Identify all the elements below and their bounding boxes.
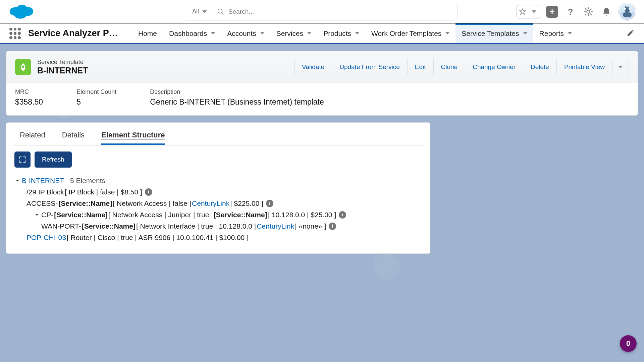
- action-update-from-service[interactable]: Update From Service: [332, 59, 408, 75]
- tab-element-structure[interactable]: Element Structure: [101, 131, 165, 145]
- global-search: All: [186, 3, 458, 20]
- nav-accounts[interactable]: Accounts: [221, 23, 270, 43]
- chevron-down-icon: [355, 32, 359, 35]
- record-object-label: Service Template: [37, 59, 88, 66]
- star-icon: [519, 8, 526, 15]
- nav-service-templates[interactable]: Service Templates: [455, 23, 533, 43]
- tree-item-prefix: WAN-PORT-: [41, 221, 81, 232]
- tree-root-name[interactable]: B-INTERNET: [22, 175, 64, 186]
- chevron-down-icon: [532, 10, 536, 13]
- tree-vendor-link[interactable]: CenturyLink: [192, 198, 229, 209]
- app-nav-bar: Service Analyzer Pr... Home Dashboards A…: [0, 23, 644, 44]
- field-mrc: MRC $358.50: [15, 88, 43, 107]
- salesforce-logo[interactable]: [8, 2, 35, 21]
- search-icon: [217, 8, 224, 15]
- info-icon[interactable]: i: [145, 188, 152, 196]
- chevron-down-icon: [211, 32, 215, 35]
- tree-item-access: ACCESS- [Service::Name] [ Network Access…: [14, 198, 422, 209]
- page-body: Service Template B-INTERNET Validate Upd…: [0, 44, 644, 362]
- search-input[interactable]: [213, 3, 457, 20]
- refresh-button[interactable]: Refresh: [35, 152, 72, 168]
- global-add-button[interactable]: +: [546, 6, 558, 18]
- tree-item-name: /29 IP Block: [26, 186, 64, 198]
- tree-root-count: 5 Elements: [70, 175, 105, 186]
- tree-item-mid: [ Network Access | false |: [113, 198, 191, 209]
- chevron-down-icon: [618, 66, 623, 68]
- tree-item-prefix: CP-: [41, 209, 53, 221]
- action-change-owner[interactable]: Change Owner: [465, 59, 523, 75]
- record-header-card: Service Template B-INTERNET Validate Upd…: [6, 51, 638, 116]
- element-tree: B-INTERNET 5 Elements /29 IP Block [ IP …: [13, 174, 423, 245]
- app-title: Service Analyzer Pr...: [28, 28, 119, 39]
- favorites-dropdown[interactable]: [517, 5, 540, 18]
- tree-token: [Service::Name]: [58, 198, 112, 209]
- info-icon[interactable]: i: [266, 200, 273, 207]
- nav-services[interactable]: Services: [270, 23, 318, 43]
- tree-item-tail: [ Router | Cisco | true | ASR 9906 | 10.…: [67, 232, 249, 243]
- tree-item-tail: | «none» ]: [295, 221, 326, 232]
- svg-line-14: [585, 13, 587, 15]
- nav-dashboards[interactable]: Dashboards: [163, 23, 221, 43]
- svg-line-13: [590, 13, 592, 15]
- action-delete[interactable]: Delete: [523, 59, 557, 75]
- svg-point-4: [218, 9, 222, 13]
- utility-fab[interactable]: 0: [620, 335, 637, 352]
- edit-nav-pencil-icon[interactable]: [627, 29, 635, 38]
- svg-rect-20: [625, 6, 626, 8]
- action-more-dropdown[interactable]: [612, 59, 629, 75]
- chevron-down-icon: [568, 32, 572, 35]
- tree-item-ip-block: /29 IP Block [ IP Block | false | $8.50 …: [14, 186, 422, 198]
- tree-vendor-link[interactable]: CenturyLink: [257, 221, 294, 232]
- nav-products[interactable]: Products: [317, 23, 365, 43]
- tab-related[interactable]: Related: [20, 131, 45, 145]
- svg-rect-17: [623, 12, 632, 17]
- record-name: B-INTERNET: [37, 66, 88, 75]
- tree-item-tail: | $225.00 ]: [230, 198, 263, 209]
- tree-token: [Service::Name]: [214, 209, 267, 221]
- nav-work-order-templates[interactable]: Work Order Templates: [365, 23, 455, 43]
- svg-point-7: [587, 10, 590, 13]
- svg-point-3: [14, 9, 27, 18]
- action-printable-view[interactable]: Printable View: [557, 59, 612, 75]
- record-actions: Validate Update From Service Edit Clone …: [294, 59, 629, 75]
- tree-token: [Service::Name]: [82, 221, 136, 232]
- search-scope-label: All: [192, 8, 199, 15]
- tree-token: [Service::Name]: [54, 209, 108, 221]
- tree-item-link[interactable]: POP-CHI-03: [26, 232, 66, 243]
- tree-item-info: [ IP Block | false | $8.50 ]: [65, 186, 142, 198]
- field-element-count: Element Count 5: [76, 88, 116, 107]
- tree-toggle[interactable]: [14, 178, 20, 184]
- expand-icon: [19, 156, 26, 163]
- tree-toggle[interactable]: [34, 212, 40, 218]
- chevron-down-icon: [260, 32, 264, 35]
- nav-home[interactable]: Home: [132, 23, 163, 43]
- tree-item-tail: | 10.128.0.0 | $25.00 ]: [268, 209, 336, 221]
- svg-text:?: ?: [568, 7, 573, 16]
- detail-card: Related Details Element Structure Refres…: [6, 122, 430, 254]
- info-icon[interactable]: i: [329, 223, 336, 230]
- chevron-down-icon: [202, 10, 207, 13]
- tabset: Related Details Element Structure: [13, 123, 423, 145]
- tree-item-mid: [ Network Access | Juniper | true |: [108, 209, 213, 221]
- app-launcher-icon[interactable]: [9, 28, 21, 39]
- svg-line-12: [585, 8, 587, 10]
- tab-details[interactable]: Details: [62, 131, 85, 145]
- search-scope-dropdown[interactable]: All: [186, 3, 213, 20]
- nav-reports[interactable]: Reports: [533, 23, 578, 43]
- chevron-down-icon: [307, 32, 311, 35]
- help-icon[interactable]: ?: [564, 6, 576, 18]
- svg-point-18: [624, 8, 626, 10]
- expand-all-button[interactable]: [14, 152, 31, 168]
- tree-item-pop: POP-CHI-03 [ Router | Cisco | true | ASR…: [14, 232, 422, 243]
- action-validate[interactable]: Validate: [294, 59, 332, 75]
- chevron-down-icon: [445, 32, 449, 35]
- setup-gear-icon[interactable]: [582, 6, 594, 18]
- tree-item-mid: [ Network Interface | true | 10.128.0.0 …: [136, 221, 256, 232]
- info-icon[interactable]: i: [339, 211, 346, 219]
- notifications-bell-icon[interactable]: [600, 6, 612, 18]
- user-avatar[interactable]: [619, 3, 636, 20]
- action-edit[interactable]: Edit: [408, 59, 434, 75]
- tree-root: B-INTERNET 5 Elements: [14, 175, 422, 186]
- action-clone[interactable]: Clone: [434, 59, 466, 75]
- record-type-icon: [15, 59, 31, 75]
